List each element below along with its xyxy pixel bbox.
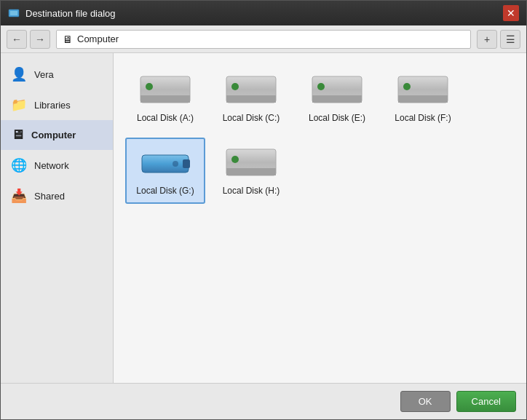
svg-rect-9 bbox=[312, 95, 362, 103]
file-item-disk-a[interactable]: Local Disk (A:) bbox=[125, 65, 205, 132]
file-item-disk-g[interactable]: Local Disk (G:) bbox=[125, 138, 205, 205]
sidebar-item-libraries-label: Libraries bbox=[34, 100, 71, 111]
disk-e-label: Local Disk (E:) bbox=[309, 113, 365, 124]
disk-f-icon bbox=[397, 72, 449, 108]
svg-rect-6 bbox=[226, 95, 276, 103]
svg-rect-1 bbox=[10, 11, 17, 15]
file-item-disk-f[interactable]: Local Disk (F:) bbox=[383, 65, 463, 132]
sidebar-item-shared[interactable]: 📥 Shared bbox=[1, 181, 113, 211]
sidebar-item-libraries[interactable]: 📁 Libraries bbox=[1, 90, 113, 120]
toolbar: ← → 🖥 Computer + ☰ bbox=[1, 25, 526, 53]
svg-point-7 bbox=[231, 83, 239, 90]
file-item-disk-c[interactable]: Local Disk (C:) bbox=[211, 65, 291, 132]
disk-g-label: Local Disk (G:) bbox=[136, 186, 194, 197]
destination-file-dialog: Destination file dialog ✕ ← → 🖥 Computer… bbox=[0, 0, 527, 420]
disk-a-icon bbox=[139, 72, 191, 108]
breadcrumb-computer-icon: 🖥 bbox=[63, 33, 73, 45]
svg-point-10 bbox=[317, 83, 325, 90]
disk-c-icon bbox=[225, 72, 277, 108]
disk-e-icon bbox=[311, 72, 363, 108]
sidebar-item-computer-label: Computer bbox=[31, 130, 76, 140]
footer: OK Cancel bbox=[1, 383, 526, 419]
vera-icon: 👤 bbox=[11, 66, 27, 82]
new-folder-button[interactable]: + bbox=[477, 30, 497, 49]
content-area: 👤 Vera 📁 Libraries 🖥 Computer 🌐 Network … bbox=[1, 53, 526, 383]
disk-h-icon bbox=[225, 145, 277, 181]
svg-rect-15 bbox=[183, 159, 190, 168]
svg-rect-18 bbox=[226, 168, 276, 175]
svg-rect-14 bbox=[142, 155, 189, 173]
disk-g-icon bbox=[139, 145, 191, 181]
title-bar: Destination file dialog ✕ bbox=[1, 1, 526, 25]
svg-rect-12 bbox=[398, 95, 448, 103]
dialog-icon bbox=[8, 7, 20, 19]
shared-icon: 📥 bbox=[11, 188, 27, 204]
close-button[interactable]: ✕ bbox=[503, 5, 519, 21]
cancel-button[interactable]: Cancel bbox=[456, 391, 516, 412]
sidebar-item-vera[interactable]: 👤 Vera bbox=[1, 59, 113, 90]
computer-icon: 🖥 bbox=[11, 127, 24, 143]
main-pane: Local Disk (A:) Local Disk (C:) bbox=[114, 53, 526, 383]
disk-a-label: Local Disk (A:) bbox=[137, 113, 194, 124]
ok-button[interactable]: OK bbox=[400, 391, 451, 412]
disk-h-label: Local Disk (H:) bbox=[223, 186, 280, 197]
sidebar: 👤 Vera 📁 Libraries 🖥 Computer 🌐 Network … bbox=[1, 53, 114, 383]
disk-c-label: Local Disk (C:) bbox=[223, 113, 280, 124]
libraries-icon: 📁 bbox=[11, 97, 27, 113]
disk-f-label: Local Disk (F:) bbox=[395, 113, 451, 124]
view-toggle-button[interactable]: ☰ bbox=[500, 30, 520, 49]
forward-button[interactable]: → bbox=[30, 30, 50, 49]
file-grid: Local Disk (A:) Local Disk (C:) bbox=[125, 65, 515, 204]
back-button[interactable]: ← bbox=[7, 30, 27, 49]
breadcrumb-text: Computer bbox=[77, 33, 119, 44]
svg-point-4 bbox=[146, 83, 153, 90]
sidebar-item-network-label: Network bbox=[34, 160, 69, 171]
breadcrumb: 🖥 Computer bbox=[56, 30, 471, 49]
file-item-disk-e[interactable]: Local Disk (E:) bbox=[297, 65, 377, 132]
network-icon: 🌐 bbox=[11, 157, 27, 173]
svg-point-16 bbox=[173, 161, 178, 167]
sidebar-item-vera-label: Vera bbox=[34, 69, 54, 80]
sidebar-item-shared-label: Shared bbox=[34, 191, 65, 202]
sidebar-item-network[interactable]: 🌐 Network bbox=[1, 150, 113, 181]
svg-rect-3 bbox=[140, 95, 190, 103]
svg-point-13 bbox=[403, 83, 411, 90]
file-item-disk-h[interactable]: Local Disk (H:) bbox=[211, 138, 291, 205]
svg-point-19 bbox=[231, 156, 239, 163]
dialog-title: Destination file dialog bbox=[25, 8, 503, 19]
sidebar-item-computer[interactable]: 🖥 Computer bbox=[1, 120, 113, 150]
